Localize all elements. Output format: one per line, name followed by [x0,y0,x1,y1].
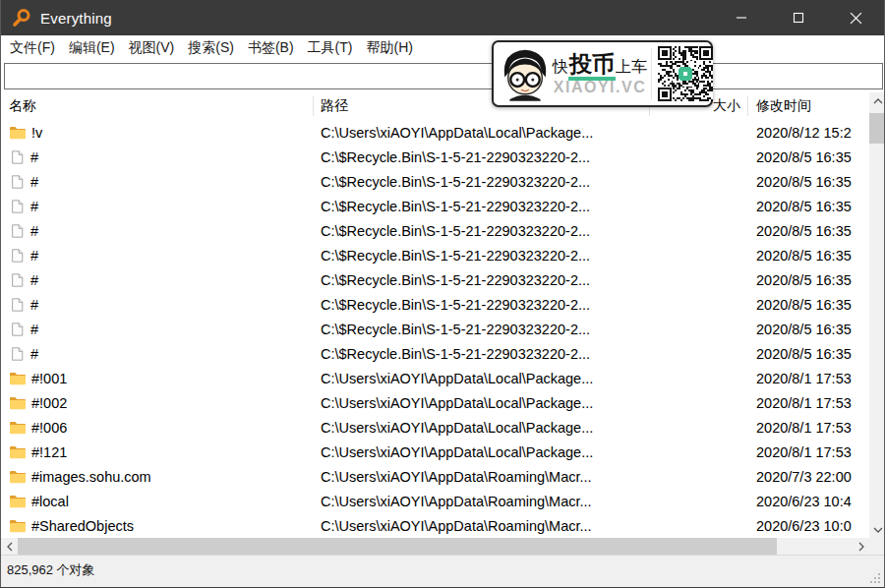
cell-name: #local [1,493,314,509]
menu-item-0[interactable]: 文件(F) [3,36,62,60]
menu-item-3[interactable]: 搜索(S) [181,36,241,60]
watermark-text-pre: 快 [553,58,568,75]
table-row[interactable]: #!002C:\Users\xiAOYI\AppData\Local\Packa… [1,390,869,415]
maximize-icon [793,12,804,24]
table-row[interactable]: #C:\$Recycle.Bin\S-1-5-21-2290323220-2..… [1,243,869,267]
table-row[interactable]: #C:\$Recycle.Bin\S-1-5-21-2290323220-2..… [1,292,869,317]
cell-modified: 2020/8/1 17:53 [748,395,869,411]
resize-grip-icon[interactable] [868,571,881,584]
table-row[interactable]: #C:\$Recycle.Bin\S-1-5-21-2290323220-2..… [1,194,869,218]
object-count: 825,962 个对象 [7,562,95,577]
menu-item-4[interactable]: 书签(B) [241,36,301,60]
file-name: # [30,149,38,165]
table-row[interactable]: #C:\$Recycle.Bin\S-1-5-21-2290323220-2..… [1,267,869,292]
cell-name: # [1,149,314,165]
close-icon [850,12,862,25]
cell-path: C:\$Recycle.Bin\S-1-5-21-2290323220-2... [314,149,650,165]
cell-modified: 2020/8/1 17:53 [748,444,869,460]
column-header-row: 名称 路径 大小 修改时间 [1,92,869,120]
cell-modified: 2020/7/3 22:00 [748,469,869,485]
cell-modified: 2020/8/5 16:35 [748,322,869,337]
maximize-button[interactable] [770,0,827,35]
table-row[interactable]: #!006C:\Users\xiAOYI\AppData\Local\Packa… [1,415,869,440]
minimize-button[interactable] [713,0,770,35]
chevron-left-icon [7,542,13,552]
column-header-name[interactable]: 名称 [1,96,314,116]
table-row[interactable]: !vC:\Users\xiAOYI\AppData\Local\Package.… [1,120,869,145]
menu-item-2[interactable]: 视图(V) [122,36,182,60]
file-name: # [30,174,38,190]
table-row[interactable]: #!001C:\Users\xiAOYI\AppData\Local\Packa… [1,366,869,390]
cell-name: #SharedObjects [1,517,314,534]
menu-bar: 文件(F)编辑(E)视图(V)搜索(S)书签(B)工具(T)帮助(H) [1,35,884,61]
cell-modified: 2020/8/5 16:35 [748,149,869,165]
cell-name: #!002 [1,394,314,411]
table-row[interactable]: #C:\$Recycle.Bin\S-1-5-21-2290323220-2..… [1,145,869,169]
file-name: # [30,223,38,239]
chevron-up-icon [873,98,883,104]
vertical-scroll-thumb[interactable] [869,113,885,144]
cell-modified: 2020/8/5 16:35 [748,297,869,313]
cell-path: C:\$Recycle.Bin\S-1-5-21-2290323220-2... [314,346,650,362]
cell-modified: 2020/8/1 17:53 [748,371,869,386]
status-bar: 825,962 个对象 [1,555,884,587]
cell-name: # [1,174,314,190]
file-icon [10,297,25,313]
table-row[interactable]: #SharedObjectsC:\Users\xiAOYI\AppData\Ro… [1,513,869,538]
file-icon [10,346,25,362]
horizontal-scrollbar[interactable] [1,538,869,555]
file-name: !v [31,125,42,141]
file-name: #!002 [31,395,67,411]
table-row[interactable]: #C:\$Recycle.Bin\S-1-5-21-2290323220-2..… [1,341,869,366]
file-icon [10,174,25,190]
cell-modified: 2020/8/5 16:35 [748,248,869,264]
avatar [500,46,551,101]
horizontal-scroll-thumb[interactable] [18,538,777,555]
cell-path: C:\Users\xiAOYI\AppData\Local\Package... [314,395,650,411]
cell-path: C:\$Recycle.Bin\S-1-5-21-2290323220-2... [314,272,650,288]
search-input[interactable] [4,63,883,89]
file-icon [10,149,25,165]
cell-name: # [1,346,314,362]
table-row[interactable]: #images.sohu.comC:\Users\xiAOYI\AppData\… [1,464,869,489]
window-title: Everything [40,10,112,27]
scroll-left-button[interactable] [1,538,18,555]
folder-icon [9,394,26,411]
scroll-down-button[interactable] [869,521,885,538]
search-area [1,61,884,92]
file-icon [10,272,25,288]
cell-name: # [1,297,314,313]
cell-path: C:\Users\xiAOYI\AppData\Roaming\Macr... [314,469,650,485]
cell-modified: 2020/8/5 16:35 [748,174,869,190]
file-icon [10,248,25,264]
watermark-text-post: 上车 [616,58,647,75]
table-row[interactable]: #C:\$Recycle.Bin\S-1-5-21-2290323220-2..… [1,169,869,194]
cell-name: #images.sohu.com [1,468,314,485]
close-button[interactable] [827,0,884,35]
folder-icon [9,493,26,509]
cell-modified: 2020/8/5 16:35 [748,199,869,214]
scroll-right-button[interactable] [853,538,869,555]
file-name: #local [31,494,69,509]
folder-icon [9,419,26,436]
menu-item-5[interactable]: 工具(T) [301,36,360,60]
cell-modified: 2020/8/5 16:35 [748,346,869,362]
cell-name: #!006 [1,419,314,436]
table-row[interactable]: #C:\$Recycle.Bin\S-1-5-21-2290323220-2..… [1,317,869,341]
file-name: #!121 [31,444,67,460]
menu-item-1[interactable]: 编辑(E) [62,36,122,60]
table-row[interactable]: #C:\$Recycle.Bin\S-1-5-21-2290323220-2..… [1,218,869,243]
scroll-up-button[interactable] [869,92,885,109]
menu-item-6[interactable]: 帮助(H) [359,36,419,60]
cell-modified: 2020/6/23 10:4 [748,494,869,509]
watermark-text: 快投币上车 XIAOYI.VC [553,51,647,97]
vertical-scrollbar[interactable] [869,92,885,538]
cell-name: #!121 [1,443,314,460]
cell-path: C:\Users\xiAOYI\AppData\Local\Package... [314,420,650,436]
watermark-divider [651,48,652,99]
table-row[interactable]: #!121C:\Users\xiAOYI\AppData\Local\Packa… [1,440,869,464]
cell-path: C:\$Recycle.Bin\S-1-5-21-2290323220-2... [314,223,650,239]
column-header-modified[interactable]: 修改时间 [748,96,869,116]
cell-path: C:\$Recycle.Bin\S-1-5-21-2290323220-2... [314,322,650,337]
table-row[interactable]: #localC:\Users\xiAOYI\AppData\Roaming\Ma… [1,489,869,513]
